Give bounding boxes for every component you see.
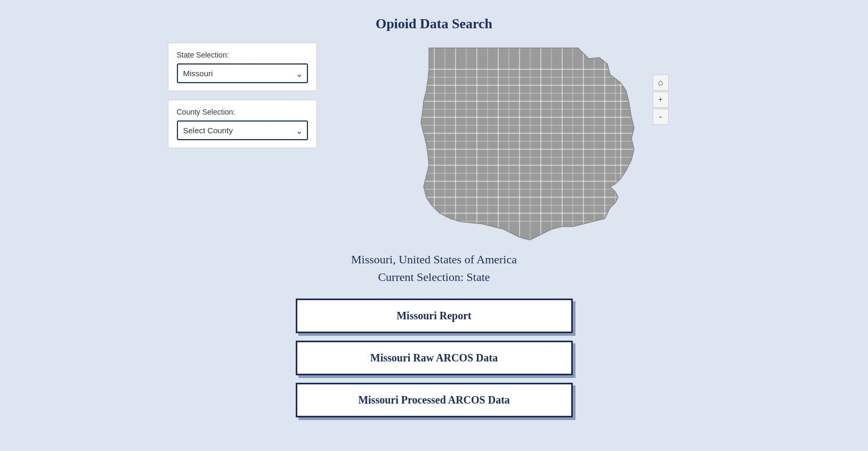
county-selection-label: County Selection: [177, 108, 308, 116]
location-info: Missouri, United States of America Curre… [351, 251, 517, 286]
county-select[interactable]: Select County [177, 120, 308, 140]
zoom-out-icon: - [659, 112, 662, 122]
state-select-wrapper: Missouri Alabama Alaska ⌄ [177, 63, 308, 83]
map-zoom-out-button[interactable]: - [653, 109, 669, 125]
page-title: Opioid Data Search [376, 16, 492, 32]
bottom-section: Missouri, United States of America Curre… [168, 251, 701, 417]
left-panel: State Selection: Missouri Alabama Alaska… [168, 43, 328, 148]
map-controls: ⌂ + - [653, 75, 669, 125]
map-zoom-in-button[interactable]: + [653, 92, 669, 108]
buttons-section: Missouri Report Missouri Raw ARCOS Data … [296, 299, 573, 417]
missouri-map[interactable] [397, 43, 642, 245]
state-selection-box: State Selection: Missouri Alabama Alaska… [168, 43, 317, 91]
page-container: Opioid Data Search State Selection: Miss… [168, 11, 701, 440]
map-panel: ⌂ + - [338, 43, 701, 245]
missouri-raw-arcos-button[interactable]: Missouri Raw ARCOS Data [296, 341, 573, 375]
zoom-in-icon: + [658, 95, 663, 104]
map-home-button[interactable]: ⌂ [653, 75, 669, 91]
state-select[interactable]: Missouri Alabama Alaska [177, 63, 308, 83]
location-line2: Current Selection: State [351, 268, 517, 286]
location-line1: Missouri, United States of America [351, 251, 517, 268]
main-content: State Selection: Missouri Alabama Alaska… [168, 43, 701, 245]
missouri-processed-arcos-button[interactable]: Missouri Processed ARCOS Data [296, 383, 573, 417]
map-container: ⌂ + - [397, 43, 642, 245]
state-selection-label: State Selection: [177, 51, 308, 59]
county-select-wrapper: Select County ⌄ [177, 120, 308, 140]
home-icon: ⌂ [658, 78, 663, 87]
missouri-report-button[interactable]: Missouri Report [296, 299, 573, 333]
county-selection-box: County Selection: Select County ⌄ [168, 100, 317, 148]
